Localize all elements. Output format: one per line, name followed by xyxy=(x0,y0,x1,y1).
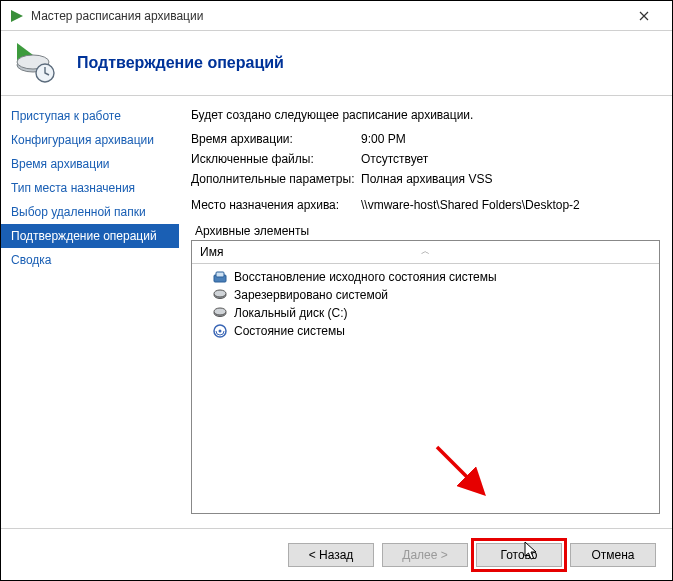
list-item[interactable]: Зарезервировано системой xyxy=(192,286,659,304)
list-body: Восстановление исходного состояния систе… xyxy=(192,264,659,513)
cancel-button[interactable]: Отмена xyxy=(570,543,656,567)
list-item-label: Состояние системы xyxy=(234,324,345,338)
list-header[interactable]: Имя ︿ xyxy=(192,241,659,264)
row-excluded-files: Исключенные файлы: Отсутствует xyxy=(191,152,660,166)
svg-point-6 xyxy=(214,290,226,297)
close-button[interactable] xyxy=(624,2,664,30)
column-name-label: Имя xyxy=(200,245,223,259)
system-state-icon xyxy=(212,323,228,339)
next-button: Далее > xyxy=(382,543,468,567)
list-item-label: Восстановление исходного состояния систе… xyxy=(234,270,497,284)
description-text: Будет создано следующее расписание архив… xyxy=(191,108,660,122)
sort-indicator-icon: ︿ xyxy=(421,245,430,258)
list-item-label: Локальный диск (C:) xyxy=(234,306,348,320)
window-title: Мастер расписания архивации xyxy=(31,9,624,23)
sidebar-item-summary[interactable]: Сводка xyxy=(1,248,179,272)
column-name[interactable]: Имя ︿ xyxy=(192,241,659,263)
app-icon xyxy=(9,8,25,24)
titlebar: Мастер расписания архивации xyxy=(1,1,672,31)
svg-point-10 xyxy=(219,330,222,333)
svg-point-8 xyxy=(214,308,226,315)
label-advanced: Дополнительные параметры: xyxy=(191,172,361,186)
list-item[interactable]: Локальный диск (C:) xyxy=(192,304,659,322)
list-item[interactable]: Состояние системы xyxy=(192,322,659,340)
row-advanced: Дополнительные параметры: Полная архивац… xyxy=(191,172,660,186)
value-advanced: Полная архивация VSS xyxy=(361,172,660,186)
sidebar-item-remote-folder[interactable]: Выбор удаленной папки xyxy=(1,200,179,224)
wizard-icon xyxy=(11,39,59,87)
row-destination: Место назначения архива: \\vmware-host\S… xyxy=(191,198,660,212)
list-item-label: Зарезервировано системой xyxy=(234,288,388,302)
wizard-body: Приступая к работе Конфигурация архиваци… xyxy=(1,96,672,528)
label-backup-time: Время архивации: xyxy=(191,132,361,146)
list-item[interactable]: Восстановление исходного состояния систе… xyxy=(192,268,659,286)
section-label: Архивные элементы xyxy=(195,224,660,238)
back-button[interactable]: < Назад xyxy=(288,543,374,567)
recovery-icon xyxy=(212,269,228,285)
wizard-steps: Приступая к работе Конфигурация архиваци… xyxy=(1,96,179,528)
content-pane: Будет создано следующее расписание архив… xyxy=(179,96,672,528)
wizard-header: Подтверждение операций xyxy=(1,31,672,96)
sidebar-item-getting-started[interactable]: Приступая к работе xyxy=(1,104,179,128)
value-destination: \\vmware-host\Shared Folders\Desktop-2 xyxy=(361,198,660,212)
page-title: Подтверждение операций xyxy=(77,54,284,72)
sidebar-item-backup-config[interactable]: Конфигурация архивации xyxy=(1,128,179,152)
wizard-window: Мастер расписания архивации Подтверждени… xyxy=(0,0,673,581)
label-excluded-files: Исключенные файлы: xyxy=(191,152,361,166)
finish-button[interactable]: Готово xyxy=(476,543,562,567)
row-backup-time: Время архивации: 9:00 PM xyxy=(191,132,660,146)
value-excluded-files: Отсутствует xyxy=(361,152,660,166)
sidebar-item-backup-time[interactable]: Время архивации xyxy=(1,152,179,176)
sidebar-item-confirmation[interactable]: Подтверждение операций xyxy=(1,224,179,248)
label-destination: Место назначения архива: xyxy=(191,198,361,212)
sidebar-item-destination-type[interactable]: Тип места назначения xyxy=(1,176,179,200)
disk-icon xyxy=(212,305,228,321)
reserved-icon xyxy=(212,287,228,303)
value-backup-time: 9:00 PM xyxy=(361,132,660,146)
wizard-footer: < Назад Далее > Готово Отмена xyxy=(1,528,672,580)
items-list: Имя ︿ Восстановление исходного состояния… xyxy=(191,240,660,514)
svg-rect-4 xyxy=(216,272,224,277)
